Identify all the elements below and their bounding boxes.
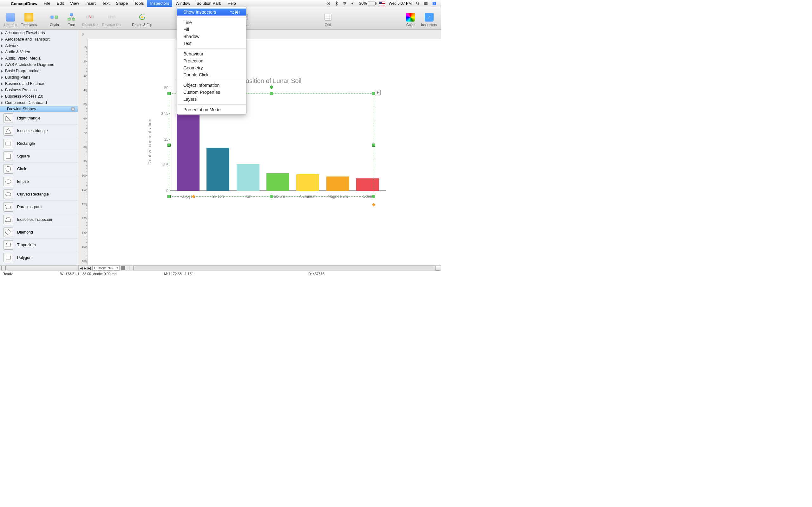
shape-isosceles-triangle[interactable]: Isosceles triangle: [0, 124, 78, 137]
time-machine-icon[interactable]: [324, 1, 333, 6]
app-name[interactable]: ConceptDraw: [8, 1, 41, 6]
menu-item-custom-props[interactable]: Custom Properties: [177, 89, 246, 96]
menu-view[interactable]: View: [67, 0, 82, 7]
shape-iso-trapezium[interactable]: Isosceles Trapezium: [0, 213, 78, 226]
menu-item-double-click[interactable]: Double-Click: [177, 71, 246, 78]
bar-calcium[interactable]: Calcium: [265, 88, 291, 191]
input-source-flag[interactable]: [377, 2, 387, 5]
shape-diamond[interactable]: Diamond: [0, 226, 78, 239]
lib-cat[interactable]: Audio & Video: [0, 49, 78, 55]
shape-rectangle[interactable]: Rectangle: [0, 137, 78, 150]
toolbar-label: Libraries: [4, 23, 17, 26]
notification-list-icon[interactable]: [422, 1, 430, 6]
chart-title: Composition of Lunar Soil: [138, 77, 392, 84]
page-prev-icon[interactable]: ◀: [80, 266, 83, 270]
bar-label: Silicon: [212, 194, 224, 199]
menu-help[interactable]: Help: [224, 0, 239, 7]
volume-icon[interactable]: [349, 1, 357, 6]
spotlight-icon[interactable]: [414, 1, 422, 6]
menu-item-presentation-mode[interactable]: Presentation Mode: [177, 106, 246, 113]
lib-cat[interactable]: Business Process: [0, 87, 78, 93]
menu-window[interactable]: Window: [172, 0, 193, 7]
page-next-icon[interactable]: ▶: [84, 266, 86, 270]
bar-label: Aluminum: [299, 194, 316, 199]
shape-polygon[interactable]: Polygon: [0, 251, 78, 264]
lib-cat[interactable]: AWS Architecture Diagrams: [0, 61, 78, 68]
shape-right-triangle[interactable]: Right triangle: [0, 112, 78, 124]
drawing-canvas[interactable]: Composition of Lunar Soil Rrlative conce…: [88, 39, 441, 265]
menu-inspectors[interactable]: Inspectors: [147, 0, 172, 7]
bar-other[interactable]: Other: [355, 88, 380, 191]
shape-parallelogram[interactable]: Parallelogram: [0, 201, 78, 213]
pane-1-icon[interactable]: [121, 266, 125, 270]
lib-cat[interactable]: Artwork: [0, 43, 78, 49]
toolbar-chain[interactable]: Chain: [46, 11, 63, 28]
menu-item-geometry[interactable]: Geometry: [177, 64, 246, 71]
menu-solution-park[interactable]: Solution Park: [194, 0, 224, 7]
shape-label: Isosceles Trapezium: [17, 217, 53, 222]
toolbar-libraries[interactable]: Libraries: [2, 11, 19, 28]
svg-rect-21: [108, 16, 110, 18]
zoom-select[interactable]: Custom 76%: [93, 266, 119, 271]
svg-rect-38: [6, 193, 11, 196]
menu-item-behaviour[interactable]: Behaviour: [177, 50, 246, 57]
menu-item-object-info[interactable]: Object Information: [177, 82, 246, 89]
lib-cat[interactable]: Aerospace and Transport: [0, 36, 78, 43]
fullscreen-icon[interactable]: [430, 1, 438, 6]
h-scrollbar[interactable]: [135, 266, 434, 270]
toolbar-rotate-flip[interactable]: Rotate & Flip: [130, 11, 154, 28]
menu-item-shortcut: ⌥⌘I: [230, 10, 240, 14]
shape-trapezium[interactable]: Trapezium: [0, 239, 78, 251]
bar-magnesium[interactable]: Magnesium: [324, 88, 351, 191]
close-library-icon[interactable]: ✕: [71, 107, 75, 111]
menu-tools[interactable]: Tools: [131, 0, 147, 7]
menu-text[interactable]: Text: [99, 0, 113, 7]
page-last-icon[interactable]: ▶|: [88, 266, 91, 270]
toolbar-color[interactable]: Color: [402, 11, 419, 28]
toolbar-grid[interactable]: Grid: [319, 11, 337, 28]
menu-item-shadow[interactable]: Shadow: [177, 33, 246, 40]
shape-ellipse[interactable]: Ellipse: [0, 175, 78, 188]
menu-file[interactable]: File: [41, 0, 54, 7]
menu-item-layers[interactable]: Layers: [177, 96, 246, 103]
horizontal-ruler[interactable]: [88, 30, 441, 39]
shape-list[interactable]: Right triangle Isosceles triangle Rectan…: [0, 112, 78, 265]
toolbar-tree[interactable]: Tree: [63, 11, 80, 28]
menu-item-protection[interactable]: Protection: [177, 57, 246, 64]
current-library-header[interactable]: Drawing Shapes ✕: [0, 106, 78, 112]
shape-curved-rectangle[interactable]: Curved Rectangle: [0, 188, 78, 201]
library-categories-list[interactable]: Accounting Flowcharts Aerospace and Tran…: [0, 30, 78, 106]
lib-cat[interactable]: Business and Finance: [0, 80, 78, 87]
wifi-icon[interactable]: [341, 1, 349, 6]
clock[interactable]: Wed 5:07 PM: [387, 1, 414, 6]
pane-2-icon[interactable]: [125, 266, 130, 270]
menu-item-fill[interactable]: Fill: [177, 26, 246, 33]
vertical-ruler[interactable]: 102030405060708090100110120130140150160: [78, 39, 88, 265]
corner-resize-icon[interactable]: [436, 266, 440, 271]
lib-cat[interactable]: Business Process 2,0: [0, 93, 78, 100]
page-nav[interactable]: ◀ ▶ ▶|: [79, 266, 93, 271]
bar-aluminum[interactable]: Aluminum: [295, 88, 321, 191]
shape-square[interactable]: Square: [0, 150, 78, 163]
lib-cat[interactable]: Basic Diagramming: [0, 68, 78, 74]
shape-circle[interactable]: Circle: [0, 163, 78, 175]
menu-edit[interactable]: Edit: [54, 0, 67, 7]
menu-item-show-inspectors[interactable]: Show Inspectors ⌥⌘I: [177, 9, 246, 15]
pane-3-icon[interactable]: [129, 266, 134, 270]
lib-cat[interactable]: Building Plans: [0, 74, 78, 80]
bar-chart[interactable]: Composition of Lunar Soil Rrlative conce…: [138, 77, 392, 195]
panel-toggle-icon[interactable]: [1, 266, 6, 270]
menu-item-line[interactable]: Line: [177, 19, 246, 26]
lib-cat[interactable]: Audio, Video, Media: [0, 55, 78, 61]
toolbar-inspectors[interactable]: i Inspectors: [419, 11, 439, 28]
menu-shape[interactable]: Shape: [113, 0, 131, 7]
layout-panes[interactable]: [121, 266, 133, 270]
bluetooth-icon[interactable]: [333, 1, 341, 6]
shape-control-diamond[interactable]: [372, 203, 375, 206]
toolbar-templates[interactable]: Templates: [19, 11, 39, 28]
lib-cat[interactable]: Comparison Dashboard: [0, 100, 78, 106]
menu-item-text[interactable]: Text: [177, 40, 246, 47]
menu-insert[interactable]: Insert: [82, 0, 99, 7]
battery-status[interactable]: 30%: [357, 1, 377, 6]
lib-cat[interactable]: Accounting Flowcharts: [0, 30, 78, 36]
